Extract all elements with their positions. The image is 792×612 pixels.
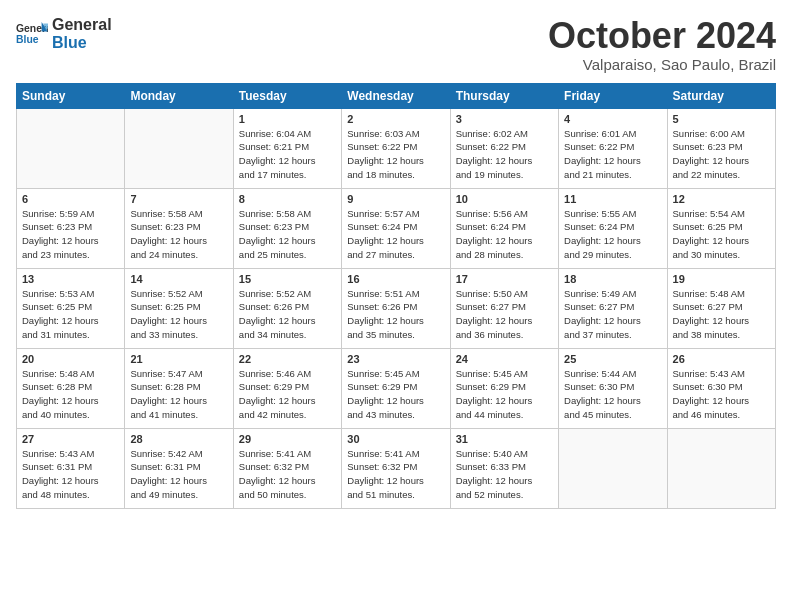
day-number: 30 xyxy=(347,433,444,445)
month-title: October 2024 xyxy=(548,16,776,56)
calendar-header: SundayMondayTuesdayWednesdayThursdayFrid… xyxy=(17,83,776,108)
calendar-day-cell: 2Sunrise: 6:03 AM Sunset: 6:22 PM Daylig… xyxy=(342,108,450,188)
day-number: 4 xyxy=(564,113,661,125)
calendar-week-row: 13Sunrise: 5:53 AM Sunset: 6:25 PM Dayli… xyxy=(17,268,776,348)
day-info: Sunrise: 5:43 AM Sunset: 6:30 PM Dayligh… xyxy=(673,367,770,422)
weekday-header: Monday xyxy=(125,83,233,108)
calendar-day-cell: 6Sunrise: 5:59 AM Sunset: 6:23 PM Daylig… xyxy=(17,188,125,268)
day-info: Sunrise: 5:41 AM Sunset: 6:32 PM Dayligh… xyxy=(347,447,444,502)
calendar-day-cell: 16Sunrise: 5:51 AM Sunset: 6:26 PM Dayli… xyxy=(342,268,450,348)
calendar-day-cell: 14Sunrise: 5:52 AM Sunset: 6:25 PM Dayli… xyxy=(125,268,233,348)
day-info: Sunrise: 5:49 AM Sunset: 6:27 PM Dayligh… xyxy=(564,287,661,342)
calendar-week-row: 27Sunrise: 5:43 AM Sunset: 6:31 PM Dayli… xyxy=(17,428,776,508)
calendar-day-cell: 19Sunrise: 5:48 AM Sunset: 6:27 PM Dayli… xyxy=(667,268,775,348)
day-info: Sunrise: 5:45 AM Sunset: 6:29 PM Dayligh… xyxy=(347,367,444,422)
page-container: General Blue General Blue October 2024 V… xyxy=(0,0,792,517)
day-number: 28 xyxy=(130,433,227,445)
day-info: Sunrise: 6:02 AM Sunset: 6:22 PM Dayligh… xyxy=(456,127,553,182)
day-info: Sunrise: 5:48 AM Sunset: 6:27 PM Dayligh… xyxy=(673,287,770,342)
day-number: 6 xyxy=(22,193,119,205)
calendar-week-row: 20Sunrise: 5:48 AM Sunset: 6:28 PM Dayli… xyxy=(17,348,776,428)
calendar-day-cell: 27Sunrise: 5:43 AM Sunset: 6:31 PM Dayli… xyxy=(17,428,125,508)
calendar-day-cell: 31Sunrise: 5:40 AM Sunset: 6:33 PM Dayli… xyxy=(450,428,558,508)
calendar-day-cell: 13Sunrise: 5:53 AM Sunset: 6:25 PM Dayli… xyxy=(17,268,125,348)
logo-general: General xyxy=(52,16,112,34)
day-number: 16 xyxy=(347,273,444,285)
day-number: 5 xyxy=(673,113,770,125)
day-number: 31 xyxy=(456,433,553,445)
day-number: 29 xyxy=(239,433,336,445)
day-number: 23 xyxy=(347,353,444,365)
day-info: Sunrise: 5:56 AM Sunset: 6:24 PM Dayligh… xyxy=(456,207,553,262)
day-number: 18 xyxy=(564,273,661,285)
weekday-header: Thursday xyxy=(450,83,558,108)
day-info: Sunrise: 5:58 AM Sunset: 6:23 PM Dayligh… xyxy=(239,207,336,262)
day-info: Sunrise: 5:58 AM Sunset: 6:23 PM Dayligh… xyxy=(130,207,227,262)
logo-blue: Blue xyxy=(52,34,112,52)
weekday-header: Wednesday xyxy=(342,83,450,108)
day-info: Sunrise: 5:52 AM Sunset: 6:26 PM Dayligh… xyxy=(239,287,336,342)
calendar-day-cell: 24Sunrise: 5:45 AM Sunset: 6:29 PM Dayli… xyxy=(450,348,558,428)
day-info: Sunrise: 5:59 AM Sunset: 6:23 PM Dayligh… xyxy=(22,207,119,262)
day-number: 26 xyxy=(673,353,770,365)
day-info: Sunrise: 5:44 AM Sunset: 6:30 PM Dayligh… xyxy=(564,367,661,422)
day-number: 25 xyxy=(564,353,661,365)
day-info: Sunrise: 6:04 AM Sunset: 6:21 PM Dayligh… xyxy=(239,127,336,182)
day-info: Sunrise: 5:57 AM Sunset: 6:24 PM Dayligh… xyxy=(347,207,444,262)
calendar-day-cell: 29Sunrise: 5:41 AM Sunset: 6:32 PM Dayli… xyxy=(233,428,341,508)
calendar-day-cell: 11Sunrise: 5:55 AM Sunset: 6:24 PM Dayli… xyxy=(559,188,667,268)
calendar-table: SundayMondayTuesdayWednesdayThursdayFrid… xyxy=(16,83,776,509)
day-info: Sunrise: 5:40 AM Sunset: 6:33 PM Dayligh… xyxy=(456,447,553,502)
calendar-day-cell: 5Sunrise: 6:00 AM Sunset: 6:23 PM Daylig… xyxy=(667,108,775,188)
calendar-day-cell: 30Sunrise: 5:41 AM Sunset: 6:32 PM Dayli… xyxy=(342,428,450,508)
day-number: 10 xyxy=(456,193,553,205)
calendar-day-cell: 17Sunrise: 5:50 AM Sunset: 6:27 PM Dayli… xyxy=(450,268,558,348)
day-info: Sunrise: 5:43 AM Sunset: 6:31 PM Dayligh… xyxy=(22,447,119,502)
calendar-week-row: 1Sunrise: 6:04 AM Sunset: 6:21 PM Daylig… xyxy=(17,108,776,188)
calendar-body: 1Sunrise: 6:04 AM Sunset: 6:21 PM Daylig… xyxy=(17,108,776,508)
calendar-day-cell: 15Sunrise: 5:52 AM Sunset: 6:26 PM Dayli… xyxy=(233,268,341,348)
weekday-header: Saturday xyxy=(667,83,775,108)
calendar-day-cell: 10Sunrise: 5:56 AM Sunset: 6:24 PM Dayli… xyxy=(450,188,558,268)
logo-icon: General Blue xyxy=(16,20,48,48)
day-info: Sunrise: 6:00 AM Sunset: 6:23 PM Dayligh… xyxy=(673,127,770,182)
day-number: 14 xyxy=(130,273,227,285)
day-number: 9 xyxy=(347,193,444,205)
day-number: 2 xyxy=(347,113,444,125)
day-number: 13 xyxy=(22,273,119,285)
calendar-day-cell: 22Sunrise: 5:46 AM Sunset: 6:29 PM Dayli… xyxy=(233,348,341,428)
weekday-header: Sunday xyxy=(17,83,125,108)
day-info: Sunrise: 5:55 AM Sunset: 6:24 PM Dayligh… xyxy=(564,207,661,262)
svg-text:Blue: Blue xyxy=(16,33,39,44)
calendar-day-cell xyxy=(559,428,667,508)
day-info: Sunrise: 5:53 AM Sunset: 6:25 PM Dayligh… xyxy=(22,287,119,342)
weekday-header: Tuesday xyxy=(233,83,341,108)
location: Valparaiso, Sao Paulo, Brazil xyxy=(548,56,776,73)
day-number: 15 xyxy=(239,273,336,285)
day-info: Sunrise: 5:45 AM Sunset: 6:29 PM Dayligh… xyxy=(456,367,553,422)
day-number: 27 xyxy=(22,433,119,445)
day-info: Sunrise: 5:41 AM Sunset: 6:32 PM Dayligh… xyxy=(239,447,336,502)
day-info: Sunrise: 6:03 AM Sunset: 6:22 PM Dayligh… xyxy=(347,127,444,182)
calendar-day-cell xyxy=(17,108,125,188)
header: General Blue General Blue October 2024 V… xyxy=(16,16,776,73)
calendar-day-cell: 18Sunrise: 5:49 AM Sunset: 6:27 PM Dayli… xyxy=(559,268,667,348)
day-info: Sunrise: 6:01 AM Sunset: 6:22 PM Dayligh… xyxy=(564,127,661,182)
calendar-day-cell xyxy=(125,108,233,188)
day-number: 19 xyxy=(673,273,770,285)
day-number: 21 xyxy=(130,353,227,365)
logo: General Blue General Blue xyxy=(16,16,112,51)
calendar-day-cell: 9Sunrise: 5:57 AM Sunset: 6:24 PM Daylig… xyxy=(342,188,450,268)
day-info: Sunrise: 5:46 AM Sunset: 6:29 PM Dayligh… xyxy=(239,367,336,422)
calendar-day-cell: 25Sunrise: 5:44 AM Sunset: 6:30 PM Dayli… xyxy=(559,348,667,428)
day-number: 3 xyxy=(456,113,553,125)
calendar-day-cell: 23Sunrise: 5:45 AM Sunset: 6:29 PM Dayli… xyxy=(342,348,450,428)
calendar-day-cell: 8Sunrise: 5:58 AM Sunset: 6:23 PM Daylig… xyxy=(233,188,341,268)
calendar-day-cell: 12Sunrise: 5:54 AM Sunset: 6:25 PM Dayli… xyxy=(667,188,775,268)
day-number: 20 xyxy=(22,353,119,365)
day-info: Sunrise: 5:51 AM Sunset: 6:26 PM Dayligh… xyxy=(347,287,444,342)
day-number: 17 xyxy=(456,273,553,285)
day-number: 24 xyxy=(456,353,553,365)
day-info: Sunrise: 5:50 AM Sunset: 6:27 PM Dayligh… xyxy=(456,287,553,342)
day-number: 12 xyxy=(673,193,770,205)
